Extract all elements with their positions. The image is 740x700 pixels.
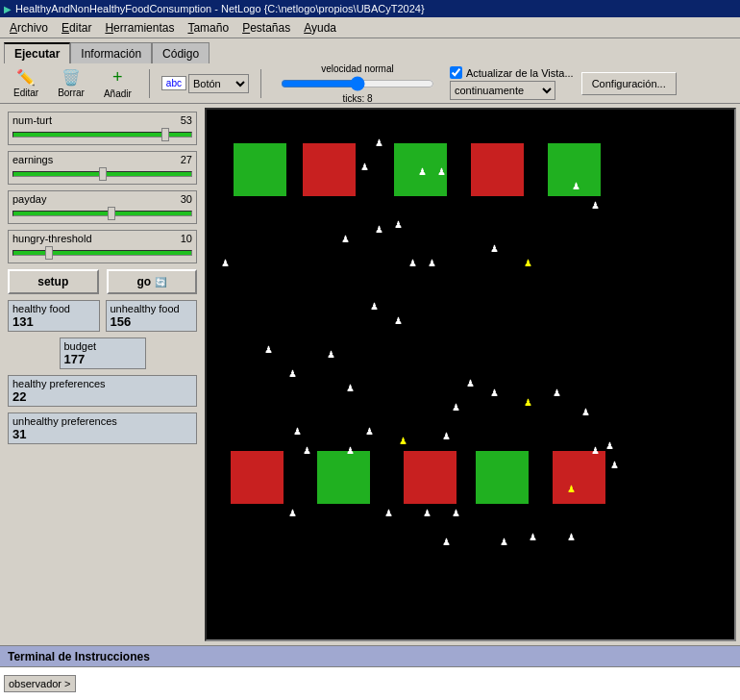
view-update-checkbox[interactable] bbox=[450, 66, 462, 79]
person-18: ♟ bbox=[327, 350, 335, 360]
menu-editar[interactable]: Editar bbox=[56, 19, 97, 37]
person-11: ♟ bbox=[408, 259, 417, 268]
slider-num-turt-label: num-turt bbox=[12, 114, 52, 126]
menu-pestanas[interactable]: Pestañas bbox=[236, 19, 296, 37]
person-28: ♟ bbox=[384, 509, 393, 518]
monitors-row: healthy food 131 unhealthy food 156 bbox=[8, 300, 197, 332]
menu-archivo[interactable]: Archivo bbox=[4, 19, 54, 37]
toolbar: ✏️ Editar 🗑️ Borrar + Añadir abc Botón S… bbox=[0, 63, 740, 104]
person-37: ♟ bbox=[610, 461, 619, 470]
menu-ayuda[interactable]: Ayuda bbox=[298, 19, 342, 37]
slider-num-turt-value: 53 bbox=[181, 114, 192, 126]
person-5: ♟ bbox=[572, 182, 580, 191]
slider-payday-handle[interactable] bbox=[108, 207, 115, 220]
person-38: ♟ bbox=[605, 441, 614, 451]
go-button[interactable]: go 🔄 bbox=[107, 269, 198, 294]
speed-area: velocidad normal ticks: 8 bbox=[281, 63, 434, 104]
unhealthy-pref-monitor: unhealthy preferences 31 bbox=[8, 412, 197, 444]
slider-num-turt-handle[interactable] bbox=[161, 128, 169, 141]
person-13: ♟ bbox=[490, 244, 499, 254]
person-36: ♟ bbox=[591, 446, 600, 456]
setup-button[interactable]: setup bbox=[8, 269, 99, 294]
person-39: ♟ bbox=[442, 538, 451, 547]
go-label: go bbox=[136, 275, 151, 288]
delete-label: Borrar bbox=[58, 88, 85, 98]
add-label: Añadir bbox=[104, 88, 132, 99]
toolbar-separator-1 bbox=[149, 69, 150, 98]
terminal-bar: Terminal de Instrucciones bbox=[0, 645, 740, 666]
person-1: ♟ bbox=[375, 138, 383, 148]
food-square-green-5 bbox=[476, 451, 529, 504]
go-icon: 🔄 bbox=[155, 277, 166, 288]
person-yellow-2: ♟ bbox=[524, 398, 532, 408]
person-8: ♟ bbox=[341, 235, 350, 244]
edit-icon: ✏️ bbox=[16, 68, 36, 87]
person-3: ♟ bbox=[418, 167, 427, 177]
menu-tamano[interactable]: Tamaño bbox=[182, 19, 234, 37]
budget-value: 177 bbox=[64, 352, 141, 366]
person-31: ♟ bbox=[303, 446, 311, 456]
healthy-food-value: 131 bbox=[12, 314, 95, 329]
widget-type-select[interactable]: Botón Selector Monitor bbox=[188, 74, 249, 93]
budget-label: budget bbox=[64, 340, 141, 352]
person-yellow-3: ♟ bbox=[399, 437, 407, 446]
unhealthy-food-label: unhealthy food bbox=[111, 303, 193, 314]
observer-label: observador > bbox=[4, 675, 76, 692]
person-10: ♟ bbox=[394, 220, 403, 230]
slider-payday: payday 30 bbox=[8, 190, 197, 224]
terminal-input[interactable] bbox=[80, 677, 736, 690]
slider-hungry-threshold-handle[interactable] bbox=[45, 246, 53, 260]
person-26: ♟ bbox=[365, 427, 374, 437]
tabs-bar: Ejecutar Información Código bbox=[0, 38, 740, 63]
person-34: ♟ bbox=[529, 533, 537, 542]
person-15: ♟ bbox=[394, 316, 403, 326]
slider-earnings-handle[interactable] bbox=[99, 167, 107, 181]
tab-ejecutar[interactable]: Ejecutar bbox=[4, 42, 70, 63]
healthy-food-monitor: healthy food 131 bbox=[8, 300, 100, 332]
title-text: HealthyAndNonHealthyFoodConsumption - Ne… bbox=[15, 3, 425, 14]
food-square-red-2 bbox=[471, 143, 524, 196]
person-19: ♟ bbox=[346, 384, 355, 393]
terminal-input-area: observador > bbox=[0, 666, 740, 700]
app-icon: ▶ bbox=[4, 4, 12, 14]
delete-button[interactable]: 🗑️ Borrar bbox=[52, 66, 90, 100]
person-4: ♟ bbox=[437, 167, 446, 177]
terminal-label: Terminal de Instrucciones bbox=[8, 650, 150, 663]
type-badge: abc bbox=[161, 76, 186, 90]
person-32: ♟ bbox=[423, 509, 432, 518]
title-bar: ▶ HealthyAndNonHealthyFoodConsumption - … bbox=[0, 0, 740, 17]
food-square-red-3 bbox=[231, 451, 284, 504]
person-25: ♟ bbox=[293, 427, 302, 437]
menu-herramientas[interactable]: Herramientas bbox=[99, 19, 180, 37]
healthy-pref-value: 22 bbox=[12, 389, 192, 404]
tab-codigo[interactable]: Código bbox=[152, 42, 210, 63]
simulation-area: ♟ ♟ ♟ ♟ ♟ ♟ ♟ ♟ ♟ ♟ ♟ ♟ ♟ ♟ ♟ ♟ ♟ ♟ ♟ ♟ … bbox=[205, 108, 736, 641]
person-6: ♟ bbox=[591, 201, 600, 211]
delete-icon: 🗑️ bbox=[62, 68, 81, 87]
person-22: ♟ bbox=[452, 403, 460, 412]
edit-label: Editar bbox=[13, 88, 38, 98]
person-35: ♟ bbox=[567, 533, 576, 542]
person-24: ♟ bbox=[581, 408, 590, 417]
view-update-select[interactable]: continuamente por tick bbox=[450, 81, 555, 100]
slider-payday-label: payday bbox=[12, 193, 46, 205]
unhealthy-pref-value: 31 bbox=[12, 427, 192, 441]
menu-bar: Archivo Editar Herramientas Tamaño Pesta… bbox=[0, 17, 740, 38]
view-update-label: Actualizar de la Vista... bbox=[466, 67, 574, 79]
person-23: ♟ bbox=[553, 388, 561, 398]
budget-center: budget 177 bbox=[8, 338, 197, 369]
edit-button[interactable]: ✏️ Editar bbox=[8, 66, 44, 100]
healthy-pref-monitor: healthy preferences 22 bbox=[8, 375, 197, 407]
slider-earnings-label: earnings bbox=[12, 154, 53, 165]
speed-slider[interactable] bbox=[281, 76, 434, 91]
config-button[interactable]: Configuración... bbox=[581, 72, 677, 95]
add-button[interactable]: + Añadir bbox=[98, 65, 137, 101]
person-12: ♟ bbox=[428, 259, 436, 268]
slider-num-turt: num-turt 53 bbox=[8, 112, 197, 145]
unhealthy-food-value: 156 bbox=[111, 314, 193, 329]
budget-monitor: budget 177 bbox=[60, 338, 146, 369]
person-29: ♟ bbox=[442, 432, 451, 441]
person-14: ♟ bbox=[370, 302, 379, 312]
tab-informacion[interactable]: Información bbox=[70, 42, 152, 63]
person-27: ♟ bbox=[346, 446, 355, 456]
